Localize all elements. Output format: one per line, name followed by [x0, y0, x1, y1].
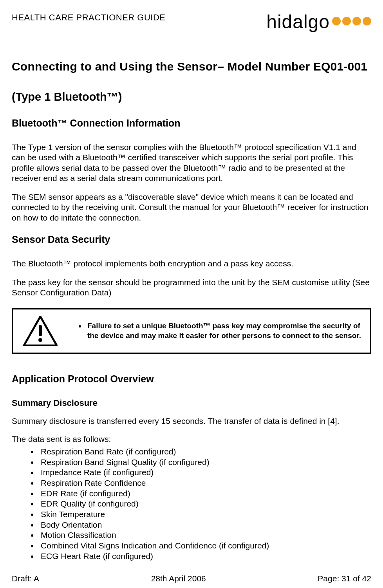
section-heading-protocol: Application Protocol Overview	[12, 373, 371, 385]
section-heading-connection: Bluetooth™ Connection Information	[12, 118, 371, 129]
dot-icon	[332, 17, 341, 25]
header: HEALTH CARE PRACTIONER GUIDE hidalgo	[12, 11, 371, 33]
page-subtitle: (Type 1 Bluetooth™)	[12, 90, 371, 103]
footer-draft: Draft: A	[12, 574, 39, 583]
section-heading-security: Sensor Data Security	[12, 234, 371, 245]
list-item: ECG Heart Rate (if configured)	[38, 551, 371, 562]
dot-icon	[363, 17, 371, 25]
list-item: Body Orientation	[38, 520, 371, 530]
brand-logo: hidalgo	[266, 11, 371, 33]
body-paragraph: The SEM sensor appears as a "discoverabl…	[12, 192, 371, 223]
body-paragraph: The Type 1 version of the sensor complie…	[12, 142, 371, 183]
body-paragraph: The data sent is as follows:	[12, 434, 371, 444]
footer-date: 28th April 2006	[151, 574, 206, 583]
summary-data-list: Respiration Band Rate (if configured) Re…	[12, 447, 371, 561]
svg-rect-1	[39, 325, 42, 336]
brand-name: hidalgo	[266, 11, 330, 33]
page-title: Connecting to and Using the Sensor– Mode…	[12, 60, 371, 73]
warning-callout: Failure to set a unique Bluetooth™ pass …	[12, 308, 371, 354]
body-paragraph: The pass key for the sensor should be pr…	[12, 277, 371, 298]
list-item: Combined Vital Signs Indication and Conf…	[38, 541, 371, 551]
list-item: Impedance Rate (if configured)	[38, 467, 371, 478]
warning-text: Failure to set a unique Bluetooth™ pass …	[86, 321, 364, 340]
list-item: Respiration Band Rate (if configured)	[38, 447, 371, 457]
svg-point-2	[38, 338, 42, 342]
list-item: Respiration Rate Confidence	[38, 478, 371, 488]
list-item: EDR Quality (if configured)	[38, 499, 371, 509]
warning-icon	[17, 316, 64, 346]
footer-page: Page: 31 of 42	[318, 574, 371, 583]
body-paragraph: Summary disclosure is transferred every …	[12, 416, 371, 426]
dot-icon	[342, 17, 351, 25]
subsection-heading-summary: Summary Disclosure	[12, 398, 371, 408]
list-item: Skin Temperature	[38, 509, 371, 520]
list-item: Respiration Band Signal Quality (if conf…	[38, 457, 371, 468]
list-item: EDR Rate (if configured)	[38, 488, 371, 499]
body-paragraph: The Bluetooth™ protocol implements both …	[12, 259, 371, 269]
doc-title: HEALTH CARE PRACTIONER GUIDE	[12, 11, 166, 23]
list-item: Motion Classification	[38, 530, 371, 541]
dot-icon	[352, 17, 361, 25]
footer: Draft: A 28th April 2006 Page: 31 of 42	[12, 569, 371, 583]
brand-dots	[332, 17, 371, 27]
